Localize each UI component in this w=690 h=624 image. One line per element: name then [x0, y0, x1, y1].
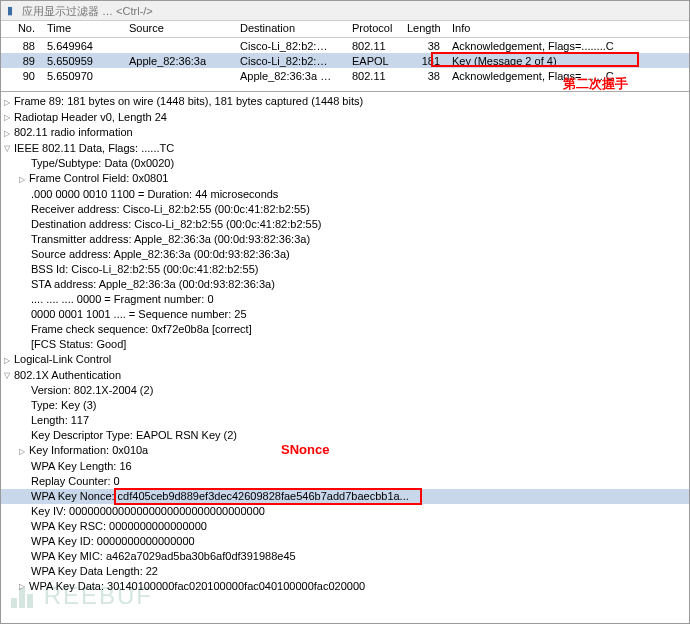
expand-arrow-icon[interactable]: ▷	[4, 95, 14, 110]
tree-leaf[interactable]: Source address: Apple_82:36:3a (00:0d:93…	[1, 247, 689, 262]
cell-dest: Cisco-Li_82:b2:…	[234, 54, 346, 68]
cell-time: 5.650970	[41, 69, 123, 83]
tree-label: Frame 89: 181 bytes on wire (1448 bits),…	[14, 95, 363, 107]
expand-arrow-icon[interactable]: ▷	[4, 126, 14, 141]
cell-info: Key (Message 2 of 4)	[446, 54, 689, 68]
packet-details[interactable]: ▷Frame 89: 181 bytes on wire (1448 bits)…	[1, 92, 689, 623]
tree-leaf[interactable]: Key Descriptor Type: EAPOL RSN Key (2)	[1, 428, 689, 443]
expand-arrow-icon[interactable]: ▷	[4, 110, 14, 125]
cell-no: 89	[1, 54, 41, 68]
cell-source	[123, 75, 234, 77]
nonce-label: WPA Key Nonce:	[31, 490, 115, 502]
tree-leaf[interactable]: STA address: Apple_82:36:3a (00:0d:93:82…	[1, 277, 689, 292]
cell-time: 5.649964	[41, 39, 123, 53]
expand-arrow-icon[interactable]: ▷	[19, 172, 29, 187]
tree-leaf[interactable]: Version: 802.1X-2004 (2)	[1, 383, 689, 398]
tree-leaf[interactable]: WPA Key Data Length: 22	[1, 564, 689, 579]
tree-leaf[interactable]: Key IV: 00000000000000000000000000000000	[1, 504, 689, 519]
expand-arrow-icon[interactable]: ▷	[19, 444, 29, 459]
tree-leaf[interactable]: Replay Counter: 0	[1, 474, 689, 489]
tree-label: 802.1X Authentication	[14, 369, 121, 381]
packet-row[interactable]: 89 5.650959 Apple_82:36:3a Cisco-Li_82:b…	[1, 53, 689, 68]
tree-node-radio[interactable]: ▷802.11 radio information	[1, 125, 689, 141]
col-dest[interactable]: Destination	[234, 21, 346, 37]
cell-proto: 802.11	[346, 39, 401, 53]
nonce-value: cdf405ceb9d889ef3dec42609828fae546b7add7…	[115, 490, 409, 502]
tree-label: Key Information: 0x010a	[29, 444, 148, 456]
cell-len: 38	[401, 39, 446, 53]
tree-label: WPA Key Data: 30140100000fac020100000fac…	[29, 580, 365, 592]
tree-leaf-wpa-nonce[interactable]: WPA Key Nonce: cdf405ceb9d889ef3dec42609…	[1, 489, 689, 504]
cell-proto: 802.11	[346, 69, 401, 83]
col-len[interactable]: Length	[401, 21, 446, 37]
tree-leaf[interactable]: Type: Key (3)	[1, 398, 689, 413]
tree-leaf[interactable]: BSS Id: Cisco-Li_82:b2:55 (00:0c:41:82:b…	[1, 262, 689, 277]
tree-node-fcf[interactable]: ▷Frame Control Field: 0x0801	[1, 171, 689, 187]
collapse-arrow-icon[interactable]: ▽	[4, 368, 14, 383]
cell-info: Acknowledgement, Flags=........C	[446, 39, 689, 53]
tree-leaf[interactable]: Length: 117	[1, 413, 689, 428]
packet-list: No. Time Source Destination Protocol Len…	[1, 21, 689, 92]
filter-icon: ▮	[3, 4, 17, 18]
tree-leaf[interactable]: Frame check sequence: 0xf72e0b8a [correc…	[1, 322, 689, 337]
collapse-arrow-icon[interactable]: ▽	[4, 141, 14, 156]
cell-dest: Apple_82:36:3a …	[234, 69, 346, 83]
expand-arrow-icon[interactable]: ▷	[19, 579, 29, 594]
cell-source	[123, 45, 234, 47]
tree-leaf[interactable]: [FCS Status: Good]	[1, 337, 689, 352]
filter-input[interactable]	[20, 4, 687, 18]
tree-leaf[interactable]: Destination address: Cisco-Li_82:b2:55 (…	[1, 217, 689, 232]
tree-leaf[interactable]: Transmitter address: Apple_82:36:3a (00:…	[1, 232, 689, 247]
tree-node-keydata[interactable]: ▷WPA Key Data: 30140100000fac020100000fa…	[1, 579, 689, 595]
cell-info: Acknowledgement, Flags=........C	[446, 69, 689, 83]
cell-proto: EAPOL	[346, 54, 401, 68]
col-no[interactable]: No.	[1, 21, 41, 37]
tree-leaf[interactable]: WPA Key ID: 0000000000000000	[1, 534, 689, 549]
display-filter-bar[interactable]: ▮	[1, 1, 689, 21]
tree-node-auth[interactable]: ▽802.1X Authentication	[1, 368, 689, 384]
cell-len: 38	[401, 69, 446, 83]
cell-dest: Cisco-Li_82:b2:…	[234, 39, 346, 53]
col-info[interactable]: Info	[446, 21, 689, 37]
tree-label: Frame Control Field: 0x0801	[29, 172, 168, 184]
cell-time: 5.650959	[41, 54, 123, 68]
tree-node-ieee[interactable]: ▽IEEE 802.11 Data, Flags: ......TC	[1, 141, 689, 157]
cell-no: 88	[1, 39, 41, 53]
tree-leaf[interactable]: Type/Subtype: Data (0x0020)	[1, 156, 689, 171]
tree-node-llc[interactable]: ▷Logical-Link Control	[1, 352, 689, 368]
tree-node-keyinfo[interactable]: ▷Key Information: 0x010a	[1, 443, 689, 459]
cell-no: 90	[1, 69, 41, 83]
tree-leaf[interactable]: 0000 0001 1001 .... = Sequence number: 2…	[1, 307, 689, 322]
tree-leaf[interactable]: Receiver address: Cisco-Li_82:b2:55 (00:…	[1, 202, 689, 217]
tree-node-radiotap[interactable]: ▷Radiotap Header v0, Length 24	[1, 110, 689, 126]
tree-label: Logical-Link Control	[14, 353, 111, 365]
tree-leaf[interactable]: WPA Key Length: 16	[1, 459, 689, 474]
expand-arrow-icon[interactable]: ▷	[4, 353, 14, 368]
tree-leaf[interactable]: WPA Key MIC: a462a7029ad5ba30b6af0df3919…	[1, 549, 689, 564]
cell-source: Apple_82:36:3a	[123, 54, 234, 68]
cell-len: 181	[401, 54, 446, 68]
tree-node-frame[interactable]: ▷Frame 89: 181 bytes on wire (1448 bits)…	[1, 94, 689, 110]
packet-row[interactable]: 90 5.650970 Apple_82:36:3a … 802.11 38 A…	[1, 68, 689, 83]
tree-leaf[interactable]: .... .... .... 0000 = Fragment number: 0	[1, 292, 689, 307]
tree-label: Radiotap Header v0, Length 24	[14, 111, 167, 123]
tree-leaf[interactable]: WPA Key RSC: 0000000000000000	[1, 519, 689, 534]
tree-label: IEEE 802.11 Data, Flags: ......TC	[14, 142, 174, 154]
tree-label: 802.11 radio information	[14, 126, 133, 138]
packet-list-header[interactable]: No. Time Source Destination Protocol Len…	[1, 21, 689, 38]
col-source[interactable]: Source	[123, 21, 234, 37]
packet-row[interactable]: 88 5.649964 Cisco-Li_82:b2:… 802.11 38 A…	[1, 38, 689, 53]
col-proto[interactable]: Protocol	[346, 21, 401, 37]
col-time[interactable]: Time	[41, 21, 123, 37]
tree-leaf[interactable]: .000 0000 0010 1100 = Duration: 44 micro…	[1, 187, 689, 202]
